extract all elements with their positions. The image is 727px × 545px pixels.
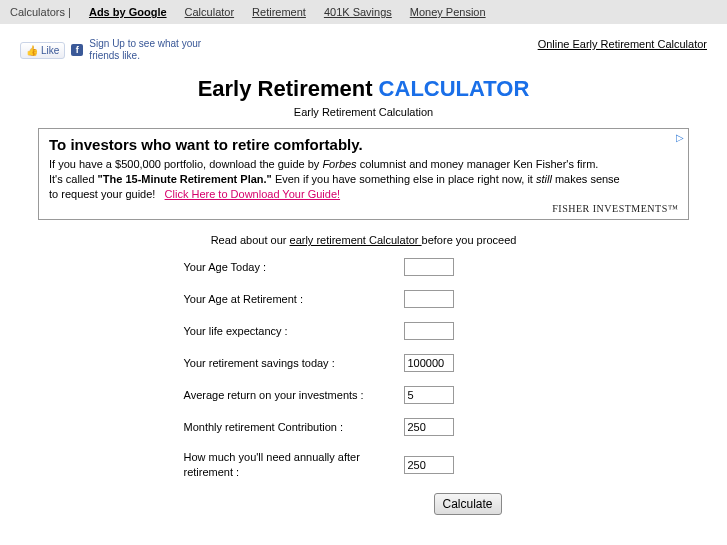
ads-by-google-link[interactable]: Ads by Google — [89, 6, 167, 18]
ad-line1: If you have a $500,000 portfolio, downlo… — [49, 157, 678, 172]
row-average-return: Average return on your investments : — [154, 386, 574, 404]
nav-link-retirement[interactable]: Retirement — [252, 6, 306, 18]
label-age-today: Your Age Today : — [154, 261, 404, 273]
title-part2: CALCULATOR — [379, 76, 530, 101]
label-life-expectancy: Your life expectancy : — [154, 325, 404, 337]
input-age-retirement[interactable] — [404, 290, 454, 308]
social-row: 👍 Like f Sign Up to see what your friend… — [20, 38, 707, 62]
label-age-retirement: Your Age at Retirement : — [154, 293, 404, 305]
intro-link[interactable]: early retirement Calculator — [290, 234, 422, 246]
ad-cta-link[interactable]: Click Here to Download Your Guide! — [165, 188, 340, 200]
row-annual-need: How much you'll need annually after reti… — [154, 450, 574, 479]
ad-headline: To investors who want to retire comforta… — [49, 135, 678, 155]
row-age-today: Your Age Today : — [154, 258, 574, 276]
ad-line2: It's called "The 15-Minute Retirement Pl… — [49, 172, 678, 187]
calculate-button[interactable]: Calculate — [434, 493, 502, 515]
page-title: Early Retirement CALCULATOR — [20, 76, 707, 102]
row-monthly-contribution: Monthly retirement Contribution : — [154, 418, 574, 436]
row-life-expectancy: Your life expectancy : — [154, 322, 574, 340]
input-monthly-contribution[interactable] — [404, 418, 454, 436]
input-life-expectancy[interactable] — [404, 322, 454, 340]
social-left: 👍 Like f Sign Up to see what your friend… — [20, 38, 209, 62]
ad-box[interactable]: ▷ To investors who want to retire comfor… — [38, 128, 689, 220]
label-average-return: Average return on your investments : — [154, 389, 404, 401]
fb-like-button[interactable]: 👍 Like — [20, 42, 65, 59]
nav-link-calculator[interactable]: Calculator — [185, 6, 235, 18]
fb-signup-link[interactable]: Sign Up — [89, 38, 125, 49]
ad-brand: FISHER INVESTMENTS™ — [49, 202, 678, 216]
ad-line3: to request your guide! Click Here to Dow… — [49, 187, 678, 202]
like-label: Like — [41, 45, 59, 56]
nav-link-401k[interactable]: 401K Savings — [324, 6, 392, 18]
main-content: 👍 Like f Sign Up to see what your friend… — [8, 30, 719, 523]
input-average-return[interactable] — [404, 386, 454, 404]
nav-link-money-pension[interactable]: Money Pension — [410, 6, 486, 18]
adchoices-icon[interactable]: ▷ — [676, 131, 684, 145]
input-annual-need[interactable] — [404, 456, 454, 474]
label-monthly-contribution: Monthly retirement Contribution : — [154, 421, 404, 433]
label-annual-need: How much you'll need annually after reti… — [154, 450, 404, 479]
thumb-up-icon: 👍 — [26, 45, 38, 56]
facebook-icon: f — [71, 44, 83, 56]
top-nav-bar: Calculators | Ads by Google Calculator R… — [0, 0, 727, 24]
row-savings-today: Your retirement savings today : — [154, 354, 574, 372]
input-age-today[interactable] — [404, 258, 454, 276]
calculators-label: Calculators | — [10, 6, 71, 18]
row-age-retirement: Your Age at Retirement : — [154, 290, 574, 308]
intro-text: Read about our early retirement Calculat… — [20, 234, 707, 246]
input-savings-today[interactable] — [404, 354, 454, 372]
online-calculator-link[interactable]: Online Early Retirement Calculator — [538, 38, 707, 50]
label-savings-today: Your retirement savings today : — [154, 357, 404, 369]
title-part1: Early Retirement — [198, 76, 379, 101]
submit-row: Calculate — [154, 493, 574, 515]
retirement-form: Your Age Today : Your Age at Retirement … — [154, 258, 574, 515]
fb-signup-text: Sign Up to see what your friends like. — [89, 38, 209, 62]
page-subtitle: Early Retirement Calculation — [20, 106, 707, 118]
